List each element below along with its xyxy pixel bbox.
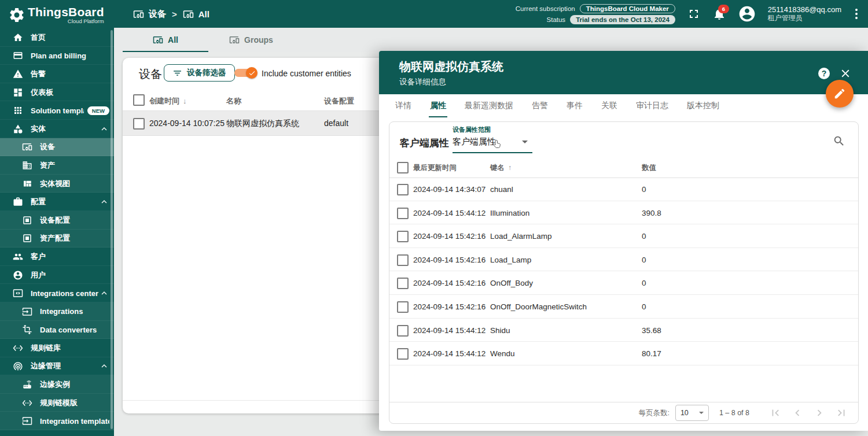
page-title: 设备 bbox=[139, 66, 162, 82]
tab-events[interactable]: 事件 bbox=[557, 94, 592, 117]
sidebar-item-rule-chain-templates[interactable]: 规则链模版 bbox=[0, 394, 114, 412]
sidebar-item-assets[interactable]: 资产 bbox=[0, 156, 114, 175]
sidebar-scrollbar[interactable] bbox=[111, 30, 113, 429]
briefcase-icon bbox=[13, 197, 23, 207]
attribute-row[interactable]: 2024-09-14 15:44:12 Illumination 390.8 bbox=[389, 201, 858, 225]
search-icon[interactable] bbox=[833, 135, 845, 147]
row-checkbox[interactable] bbox=[397, 301, 409, 313]
attributes-section-title: 客户端属性 bbox=[400, 136, 449, 150]
select-all-checkbox[interactable] bbox=[397, 162, 409, 173]
page-size-label: 每页条数: bbox=[638, 408, 669, 418]
sidebar-group-profiles[interactable]: 配置 bbox=[0, 193, 114, 211]
sidebar-item-integrations[interactable]: Integrations bbox=[0, 302, 114, 321]
attribute-row[interactable]: 2024-09-14 14:34:07 chuanl 0 bbox=[389, 178, 858, 201]
device-profile-icon bbox=[22, 215, 32, 226]
sidebar-item-plan-billing[interactable]: Plan and billing bbox=[0, 47, 114, 65]
sidebar-group-integrations-center[interactable]: Integrations center bbox=[0, 284, 114, 302]
panel-subtitle: 设备详细信息 bbox=[399, 77, 446, 87]
tab-details[interactable]: 详情 bbox=[386, 94, 421, 117]
row-checkbox[interactable] bbox=[397, 325, 409, 337]
sidebar-item-alarms[interactable]: 告警 bbox=[0, 65, 114, 83]
tab-latest-telemetry[interactable]: 最新遥测数据 bbox=[455, 94, 523, 117]
integrations-center-icon bbox=[13, 288, 23, 298]
notifications-button[interactable]: 6 bbox=[712, 7, 726, 21]
tab-audit-logs[interactable]: 审计日志 bbox=[627, 94, 678, 117]
last-page-icon[interactable] bbox=[835, 407, 848, 419]
avatar[interactable] bbox=[738, 5, 756, 23]
tab-groups[interactable]: Groups bbox=[208, 28, 294, 52]
sidebar-item-home[interactable]: 首页 bbox=[0, 28, 114, 47]
attribute-row[interactable]: 2024-09-14 15:42:16 Load_AlarmLamp 0 bbox=[389, 224, 858, 248]
devices-icon bbox=[153, 35, 163, 45]
include-customer-entities-toggle[interactable] bbox=[234, 68, 256, 78]
column-created-time[interactable]: 创建时间 bbox=[149, 96, 187, 106]
previous-page-icon[interactable] bbox=[791, 407, 804, 419]
column-value[interactable]: 数值 bbox=[642, 163, 656, 173]
attribute-row[interactable]: 2024-09-14 15:42:16 OnOff_DoorMagneticSw… bbox=[389, 295, 858, 319]
sidebar-item-dashboards[interactable]: 仪表板 bbox=[0, 83, 114, 102]
attribute-row[interactable]: 2024-09-14 15:42:16 OnOff_Body 0 bbox=[389, 271, 858, 295]
tab-attributes[interactable]: 属性 bbox=[421, 94, 455, 117]
tab-all[interactable]: All bbox=[123, 28, 208, 52]
column-device-profile[interactable]: 设备配置 bbox=[324, 96, 354, 106]
sidebar-item-data-converters[interactable]: Data converters bbox=[0, 321, 114, 339]
sidebar-item-edge-instances[interactable]: 边缘实例 bbox=[0, 375, 114, 394]
sidebar-group-edge-management[interactable]: 边缘管理 bbox=[0, 357, 114, 376]
sidebar-item-customers[interactable]: 客户 bbox=[0, 247, 114, 266]
sidebar-item-users[interactable]: 用户 bbox=[0, 266, 114, 284]
devices-icon bbox=[22, 142, 32, 152]
sidebar-item-rule-chains[interactable]: 规则链库 bbox=[0, 339, 114, 357]
sidebar-item-entity-views[interactable]: 实体视图 bbox=[0, 175, 114, 193]
pencil-icon bbox=[833, 87, 846, 100]
row-checkbox[interactable] bbox=[397, 348, 409, 360]
chevron-up-icon bbox=[99, 361, 109, 371]
help-icon[interactable] bbox=[818, 68, 830, 79]
fullscreen-icon[interactable] bbox=[687, 7, 701, 21]
sidebar-item-device-profiles[interactable]: 设备配置 bbox=[0, 211, 114, 230]
panel-title: 物联网虚拟仿真系统 bbox=[399, 59, 503, 75]
more-menu-icon[interactable] bbox=[853, 8, 860, 20]
user-block[interactable]: 2511418386@qq.com 租户管理员 bbox=[768, 5, 841, 23]
input-icon bbox=[22, 416, 32, 426]
row-checkbox[interactable] bbox=[397, 231, 409, 242]
close-icon[interactable] bbox=[839, 67, 852, 80]
attribute-row[interactable]: 2024-09-14 15:44:12 Shidu 35.68 bbox=[389, 319, 858, 342]
column-last-update-time[interactable]: 最后更新时间 bbox=[413, 163, 457, 173]
sidebar-group-entities[interactable]: 实体 bbox=[0, 120, 114, 138]
status-chip[interactable]: Trial ends on the Oct 13, 2024 bbox=[570, 15, 675, 24]
tab-alarms[interactable]: 告警 bbox=[523, 94, 557, 117]
brand-logo[interactable]: ThingsBoard Cloud Platform bbox=[0, 0, 114, 24]
first-page-icon[interactable] bbox=[769, 407, 782, 419]
chevron-up-icon bbox=[99, 124, 109, 134]
device-details-panel: 物联网虚拟仿真系统 设备详细信息 详情 属性 最新遥测数据 告警 事件 关联 审… bbox=[379, 51, 868, 431]
page-size-select[interactable]: 10 bbox=[675, 405, 709, 421]
edit-fab-button[interactable] bbox=[826, 80, 854, 108]
home-icon bbox=[13, 32, 23, 43]
devices-icon bbox=[133, 9, 144, 20]
breadcrumb-root[interactable]: 设备 bbox=[149, 9, 166, 20]
attribute-row[interactable]: 2024-09-14 15:44:12 Wendu 80.17 bbox=[389, 342, 858, 365]
sidebar-item-integration-templates[interactable]: Integration templates bbox=[0, 412, 114, 430]
column-key[interactable]: 键名 bbox=[490, 163, 512, 173]
subscription-chip[interactable]: ThingsBoard Cloud Maker bbox=[580, 4, 675, 13]
select-all-checkbox[interactable] bbox=[133, 94, 145, 106]
attribute-row[interactable]: 2024-09-14 15:42:16 Load_Lamp 0 bbox=[389, 248, 858, 272]
row-checkbox[interactable] bbox=[133, 118, 145, 130]
sidebar-nav: 首页 Plan and billing 告警 仪表板 Solution temp… bbox=[0, 28, 114, 430]
row-checkbox[interactable] bbox=[397, 278, 409, 289]
subscription-label: Current subscription bbox=[516, 5, 575, 12]
tab-version-control[interactable]: 版本控制 bbox=[678, 94, 729, 117]
device-filter-button[interactable]: 设备筛选器 bbox=[164, 64, 235, 82]
sidebar-item-devices[interactable]: 设备 bbox=[0, 138, 114, 157]
row-checkbox[interactable] bbox=[397, 254, 409, 266]
person-icon bbox=[13, 270, 23, 280]
column-name[interactable]: 名称 bbox=[226, 96, 241, 106]
row-checkbox[interactable] bbox=[397, 208, 409, 219]
sidebar-item-asset-profiles[interactable]: 资产配置 bbox=[0, 230, 114, 248]
next-page-icon[interactable] bbox=[813, 407, 826, 419]
row-checkbox[interactable] bbox=[397, 184, 409, 195]
thingsboard-gear-icon bbox=[8, 6, 25, 24]
sidebar: ThingsBoard Cloud Platform 首页 Plan and b… bbox=[0, 0, 114, 436]
tab-relations[interactable]: 关联 bbox=[592, 94, 627, 117]
sidebar-item-solution-templates[interactable]: Solution templates NEW bbox=[0, 101, 114, 120]
